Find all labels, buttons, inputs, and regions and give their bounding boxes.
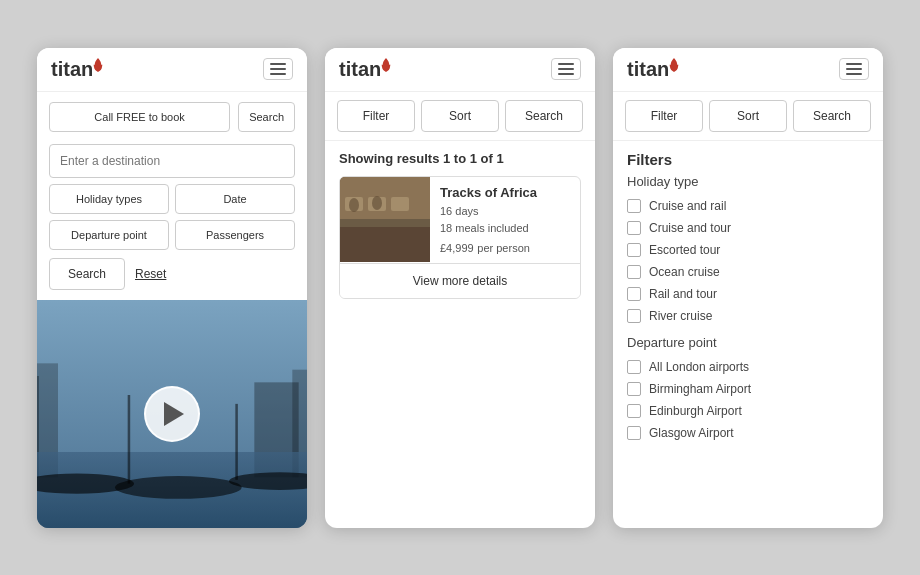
filter-label-rail-tour: Rail and tour bbox=[649, 287, 717, 301]
filter-label-edinburgh: Edinburgh Airport bbox=[649, 404, 742, 418]
results-body: Showing results 1 to 1 of 1 bbox=[325, 141, 595, 528]
svg-rect-13 bbox=[340, 222, 430, 262]
search-btn-2[interactable]: Search bbox=[505, 100, 583, 132]
filter-ocean-cruise: Ocean cruise bbox=[627, 261, 869, 283]
screen-3: titan Filter Sort Search Filters Holiday… bbox=[613, 48, 883, 528]
svg-rect-11 bbox=[235, 403, 238, 479]
form-row-1: Holiday types Date bbox=[49, 184, 295, 214]
filter-btn-3[interactable]: Filter bbox=[625, 100, 703, 132]
form-actions: Search Reset bbox=[49, 256, 295, 294]
header-1: titan bbox=[37, 48, 307, 92]
filter-label-escorted-tour: Escorted tour bbox=[649, 243, 720, 257]
destination-input[interactable] bbox=[49, 144, 295, 178]
filter-label-glasgow: Glasgow Airport bbox=[649, 426, 734, 440]
checkbox-birmingham[interactable] bbox=[627, 382, 641, 396]
top-bar-3: Filter Sort Search bbox=[613, 92, 883, 141]
departure-section: Departure point All London airports Birm… bbox=[627, 335, 869, 444]
call-free-button[interactable]: Call FREE to book bbox=[49, 102, 230, 132]
checkbox-rail-tour[interactable] bbox=[627, 287, 641, 301]
logo-text-3: titan bbox=[627, 58, 669, 81]
filter-label-all-london: All London airports bbox=[649, 360, 749, 374]
price-suffix: per person bbox=[477, 242, 530, 254]
filter-label-cruise-tour: Cruise and tour bbox=[649, 221, 731, 235]
screen-2: titan Filter Sort Search Showing results… bbox=[325, 48, 595, 528]
play-icon bbox=[164, 402, 184, 426]
checkbox-cruise-rail[interactable] bbox=[627, 199, 641, 213]
search-btn-1[interactable]: Search bbox=[49, 258, 125, 290]
titan-flame-icon-1 bbox=[93, 58, 103, 72]
titan-flame-icon-3 bbox=[669, 58, 679, 72]
titan-logo-1: titan bbox=[51, 58, 103, 81]
holiday-types-btn[interactable]: Holiday types bbox=[49, 184, 169, 214]
result-meals-1: 18 meals included bbox=[440, 220, 570, 238]
result-image-svg bbox=[340, 177, 430, 262]
holiday-type-title: Holiday type bbox=[627, 174, 869, 189]
search-btn-3[interactable]: Search bbox=[793, 100, 871, 132]
logo-text-2: titan bbox=[339, 58, 381, 81]
filter-btn-2[interactable]: Filter bbox=[337, 100, 415, 132]
titan-logo-2: titan bbox=[339, 58, 391, 81]
checkbox-glasgow[interactable] bbox=[627, 426, 641, 440]
filter-label-ocean-cruise: Ocean cruise bbox=[649, 265, 720, 279]
search-button-top[interactable]: Search bbox=[238, 102, 295, 132]
reset-link[interactable]: Reset bbox=[135, 267, 166, 281]
filter-escorted-tour: Escorted tour bbox=[627, 239, 869, 261]
filter-label-cruise-rail: Cruise and rail bbox=[649, 199, 726, 213]
hero-section bbox=[37, 300, 307, 528]
filters-title: Filters bbox=[627, 151, 869, 168]
sort-btn-3[interactable]: Sort bbox=[709, 100, 787, 132]
menu-icon-2[interactable] bbox=[551, 58, 581, 80]
results-count: Showing results 1 to 1 of 1 bbox=[339, 151, 581, 166]
filter-cruise-rail: Cruise and rail bbox=[627, 195, 869, 217]
passengers-btn[interactable]: Passengers bbox=[175, 220, 295, 250]
menu-icon-3[interactable] bbox=[839, 58, 869, 80]
screen-1: titan Call FREE to book Search Holiday t… bbox=[37, 48, 307, 528]
header-2: titan bbox=[325, 48, 595, 92]
menu-icon-1[interactable] bbox=[263, 58, 293, 80]
filter-glasgow: Glasgow Airport bbox=[627, 422, 869, 444]
svg-rect-14 bbox=[340, 219, 430, 227]
result-card-1: Tracks of Africa 16 days 18 meals includ… bbox=[339, 176, 581, 299]
svg-point-18 bbox=[349, 198, 359, 212]
play-button[interactable] bbox=[144, 386, 200, 442]
departure-point-title: Departure point bbox=[627, 335, 869, 350]
date-btn[interactable]: Date bbox=[175, 184, 295, 214]
filter-edinburgh: Edinburgh Airport bbox=[627, 400, 869, 422]
filter-river-cruise: River cruise bbox=[627, 305, 869, 327]
filter-all-london: All London airports bbox=[627, 356, 869, 378]
filter-label-birmingham: Birmingham Airport bbox=[649, 382, 751, 396]
result-image-1 bbox=[340, 177, 430, 262]
svg-point-7 bbox=[115, 476, 242, 499]
filter-cruise-tour: Cruise and tour bbox=[627, 217, 869, 239]
filters-body: Filters Holiday type Cruise and rail Cru… bbox=[613, 141, 883, 528]
header-3: titan bbox=[613, 48, 883, 92]
logo-text-1: titan bbox=[51, 58, 93, 81]
view-more-btn-1[interactable]: View more details bbox=[340, 263, 580, 298]
checkbox-edinburgh[interactable] bbox=[627, 404, 641, 418]
svg-point-19 bbox=[372, 196, 382, 210]
checkbox-river-cruise[interactable] bbox=[627, 309, 641, 323]
checkbox-all-london[interactable] bbox=[627, 360, 641, 374]
sort-btn-2[interactable]: Sort bbox=[421, 100, 499, 132]
checkbox-ocean-cruise[interactable] bbox=[627, 265, 641, 279]
form-row-2: Departure point Passengers bbox=[49, 220, 295, 250]
filter-rail-tour: Rail and tour bbox=[627, 283, 869, 305]
result-card-top: Tracks of Africa 16 days 18 meals includ… bbox=[340, 177, 580, 263]
svg-rect-10 bbox=[128, 395, 131, 484]
svg-rect-17 bbox=[391, 197, 409, 211]
checkbox-cruise-tour[interactable] bbox=[627, 221, 641, 235]
departure-btn[interactable]: Departure point bbox=[49, 220, 169, 250]
top-action-bar-1: Call FREE to book Search bbox=[37, 92, 307, 138]
result-days-1: 16 days bbox=[440, 203, 570, 221]
titan-flame-icon-2 bbox=[381, 58, 391, 72]
result-info-1: Tracks of Africa 16 days 18 meals includ… bbox=[430, 177, 580, 263]
filter-birmingham: Birmingham Airport bbox=[627, 378, 869, 400]
search-form: Holiday types Date Departure point Passe… bbox=[37, 138, 307, 300]
titan-logo-3: titan bbox=[627, 58, 679, 81]
holiday-type-filters: Cruise and rail Cruise and tour Escorted… bbox=[627, 195, 869, 327]
result-title-1: Tracks of Africa bbox=[440, 185, 570, 200]
filter-label-river-cruise: River cruise bbox=[649, 309, 712, 323]
checkbox-escorted-tour[interactable] bbox=[627, 243, 641, 257]
result-price-1: £4,999 per person bbox=[440, 240, 570, 255]
top-bar-2: Filter Sort Search bbox=[325, 92, 595, 141]
